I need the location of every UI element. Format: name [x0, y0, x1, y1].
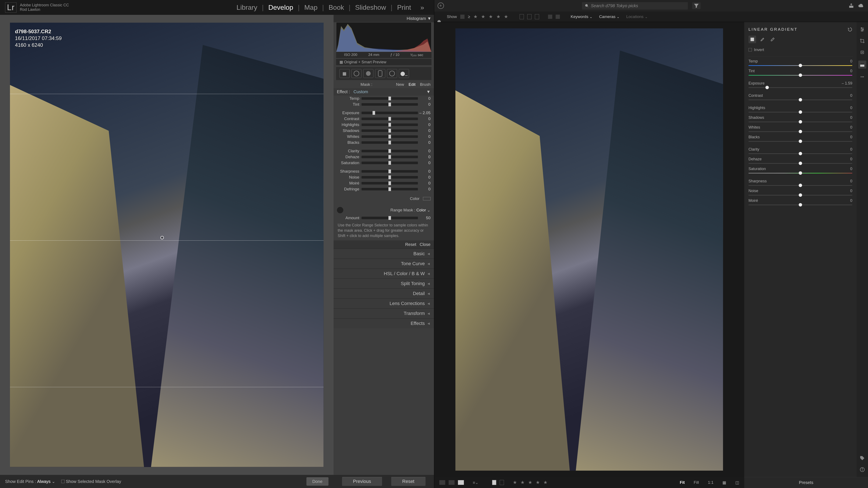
panel-transform[interactable]: Transform◂	[334, 308, 434, 318]
type-photo[interactable]	[548, 14, 552, 19]
cc-slider-thumb[interactable]	[799, 130, 802, 133]
effect-header[interactable]: Effect : Custom ▼	[334, 88, 434, 96]
reset-all-button[interactable]: Reset	[391, 477, 425, 486]
cc-slider-noise[interactable]: Noise0	[748, 186, 853, 196]
slider-thumb[interactable]	[389, 129, 391, 133]
brush-mask-tool[interactable]	[758, 36, 766, 43]
panel-effects[interactable]: Effects◂	[334, 318, 434, 328]
slider-track[interactable]	[362, 150, 418, 152]
search-box[interactable]: Search d798 Tokyo picks	[582, 2, 688, 9]
slider-clarity[interactable]: Clarity 0	[334, 148, 434, 154]
mask-brush[interactable]: Brush	[420, 82, 431, 87]
compare-icon[interactable]: ▦	[722, 480, 726, 485]
flag-unflagged[interactable]	[527, 14, 531, 19]
cc-slider-whites[interactable]: Whites0	[748, 123, 853, 132]
cc-slider-saturation[interactable]: Saturation0	[748, 164, 853, 174]
slider-shadows[interactable]: Shadows 0	[334, 128, 434, 134]
slider-temp[interactable]: Temp 0	[334, 96, 434, 101]
presets-panel-toggle[interactable]: Presets	[744, 477, 868, 488]
cc-slider-thumb[interactable]	[799, 64, 802, 67]
slider-thumb[interactable]	[389, 155, 391, 159]
slider-thumb[interactable]	[389, 161, 391, 165]
tag-icon[interactable]	[859, 455, 865, 461]
redeye-tool[interactable]	[363, 69, 373, 78]
cc-slider-track[interactable]	[748, 100, 852, 100]
slider-track[interactable]	[362, 135, 418, 138]
cc-slider-track[interactable]	[748, 185, 852, 186]
cc-slider-temp[interactable]: Temp0	[748, 57, 853, 66]
cc-slider-track[interactable]	[748, 87, 852, 88]
module-slideshow[interactable]: Slideshow	[350, 2, 391, 13]
grid-view-button[interactable]	[439, 480, 445, 485]
photo[interactable]: d798-5037.CR2 16/11/2017 07:34:59 4160 x…	[10, 23, 323, 467]
flag-pick[interactable]	[520, 14, 524, 19]
slider-track[interactable]	[362, 124, 418, 126]
heal-icon[interactable]	[859, 49, 865, 56]
cc-slider-thumb[interactable]	[799, 120, 802, 124]
reject-flag[interactable]	[500, 480, 504, 485]
cc-slider-exposure[interactable]: Exposure– 1.59	[748, 78, 853, 88]
slider-thumb[interactable]	[389, 102, 391, 106]
slider-thumb[interactable]	[389, 135, 391, 138]
cc-slider-tint[interactable]: Tint0	[748, 66, 853, 76]
rate-1[interactable]: ★	[513, 480, 517, 485]
cc-slider-track[interactable]	[748, 153, 852, 154]
panel-detail[interactable]: Detail◂	[334, 289, 434, 298]
cc-slider-contrast[interactable]: Contrast0	[748, 91, 853, 101]
star-4[interactable]: ★	[496, 14, 500, 20]
slider-track[interactable]	[362, 129, 418, 132]
rate-2[interactable]: ★	[521, 480, 525, 485]
add-photos-button[interactable]: +	[438, 3, 444, 9]
slider-track[interactable]	[362, 162, 418, 164]
panel-lens-corrections[interactable]: Lens Corrections◂	[334, 298, 434, 308]
cc-slider-thumb[interactable]	[799, 110, 802, 114]
cc-slider-thumb[interactable]	[799, 98, 802, 101]
cc-slider-track[interactable]	[748, 205, 852, 205]
slider-thumb[interactable]	[389, 123, 391, 127]
cc-slider-thumb[interactable]	[799, 171, 802, 175]
cc-slider-thumb[interactable]	[799, 203, 802, 206]
filter-button[interactable]	[692, 2, 701, 9]
color-picker-row[interactable]: Color	[334, 195, 434, 203]
keywords-dropdown[interactable]: Keywords	[569, 13, 594, 20]
star-3[interactable]: ★	[489, 14, 493, 20]
flag-reject[interactable]	[535, 14, 539, 19]
histogram-header[interactable]: Histogram ▼	[334, 15, 434, 22]
slider-track[interactable]	[362, 141, 418, 144]
cc-slider-track[interactable]	[748, 131, 852, 132]
star-1[interactable]: ★	[473, 14, 478, 20]
cc-slider-thumb[interactable]	[799, 193, 802, 197]
slider-track[interactable]	[362, 97, 418, 100]
spot-tool[interactable]	[351, 69, 362, 78]
range-mask-row[interactable]: Range Mask : Color ⌄	[334, 205, 434, 215]
overlay-checkbox[interactable]	[61, 480, 65, 483]
cc-slider-thumb[interactable]	[799, 184, 802, 187]
cc-slider-thumb[interactable]	[799, 162, 802, 165]
slider-thumb[interactable]	[389, 97, 391, 100]
cc-slider-track[interactable]	[748, 195, 852, 195]
cc-slider-track[interactable]	[748, 122, 852, 122]
slider-track[interactable]	[362, 156, 418, 158]
panel-split-toning[interactable]: Split Toning◂	[334, 279, 434, 289]
crop-icon[interactable]	[859, 38, 865, 44]
cc-slider-dehaze[interactable]: Dehaze0	[748, 154, 853, 164]
fill-button[interactable]: Fill	[694, 480, 699, 485]
mask-edit[interactable]: Edit	[409, 82, 415, 87]
share-icon[interactable]	[848, 3, 854, 8]
edit-icon[interactable]	[859, 26, 865, 33]
brush-tool[interactable]: ⬤⎯	[399, 69, 409, 78]
reset-icon[interactable]	[848, 27, 852, 32]
reset-button[interactable]: Reset	[405, 242, 416, 247]
slider-moiré[interactable]: Moiré 0	[334, 180, 434, 186]
cc-slider-track[interactable]	[748, 112, 852, 112]
cc-slider-clarity[interactable]: Clarity0	[748, 145, 853, 154]
module-print[interactable]: Print	[393, 2, 416, 13]
slider-saturation[interactable]: Saturation 0	[334, 160, 434, 166]
slider-track[interactable]	[362, 103, 418, 106]
graduated-filter-tool[interactable]	[375, 69, 385, 78]
slider-track[interactable]	[362, 170, 418, 173]
module-library[interactable]: Library	[232, 2, 262, 13]
eraser-tool[interactable]	[769, 36, 776, 43]
cc-slider-shadows[interactable]: Shadows0	[748, 113, 853, 123]
rate-5[interactable]: ★	[544, 480, 548, 485]
